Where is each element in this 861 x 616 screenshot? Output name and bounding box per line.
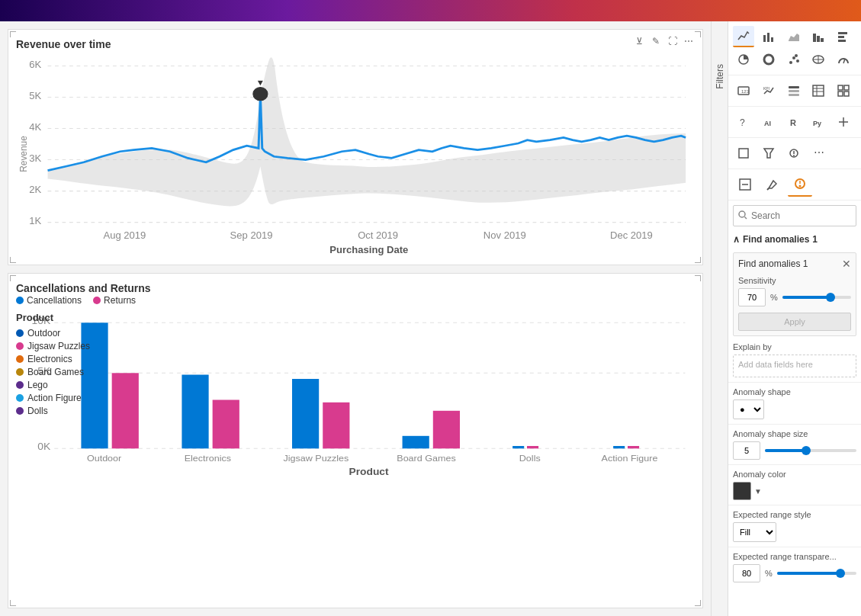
svg-line-93: [767, 188, 769, 190]
svg-rect-32: [323, 403, 349, 449]
anomaly-size-slider[interactable]: [765, 449, 856, 452]
viz-icon-matrix[interactable]: [833, 80, 854, 101]
anomaly-size-row: [733, 441, 856, 460]
find-anomalies-header[interactable]: ∧ Find anomalies 1: [728, 231, 861, 248]
explain-by-label: Explain by: [733, 342, 856, 351]
search-section: [728, 201, 861, 231]
viz-icon-slicer[interactable]: [783, 80, 805, 101]
svg-rect-29: [182, 375, 208, 449]
filters-label[interactable]: Filters: [712, 59, 728, 94]
viz-icon-decomp[interactable]: [833, 111, 854, 133]
sensitivity-label: Sensitivity: [738, 276, 851, 285]
svg-rect-78: [844, 91, 849, 96]
sensitivity-section: Sensitivity %: [738, 276, 851, 306]
chart-toolbar: ⊻ ✎ ⛶ ⋯: [636, 36, 696, 48]
viz-icon-py[interactable]: Py: [808, 111, 829, 133]
format-tool[interactable]: [733, 172, 757, 197]
viz-panel: 123 KPI ? AI R: [728, 21, 861, 616]
anomaly-shape-select[interactable]: ● ▲ ■: [733, 399, 764, 419]
sensitivity-thumb[interactable]: [826, 293, 835, 302]
svg-rect-46: [763, 35, 766, 42]
viz-icon-qna[interactable]: ?: [733, 111, 754, 133]
viz-icon-more2[interactable]: ⋯: [808, 143, 829, 164]
resize-bl[interactable]: [10, 257, 16, 263]
svg-text:5K: 5K: [29, 91, 42, 101]
resize-br[interactable]: [695, 257, 701, 263]
svg-rect-53: [838, 36, 844, 38]
resize-tr-2[interactable]: [695, 275, 701, 281]
svg-point-13: [253, 88, 268, 101]
resize-br-2[interactable]: [695, 600, 701, 606]
search-box[interactable]: [733, 205, 856, 226]
svg-text:Revenue: Revenue: [18, 136, 30, 172]
resize-tl-2[interactable]: [10, 275, 16, 281]
viz-icon-kpi[interactable]: KPI: [758, 80, 779, 101]
transparency-slider[interactable]: [777, 572, 856, 575]
explain-by-box[interactable]: Add data fields here: [733, 355, 856, 377]
viz-icon-pie[interactable]: [733, 49, 754, 70]
anomaly-shape-label: Anomaly shape: [733, 387, 856, 396]
anomaly-color-section: Anomaly color ▼: [728, 464, 861, 505]
sensitivity-slider[interactable]: [782, 296, 851, 299]
more-icon[interactable]: ⋯: [684, 36, 696, 48]
expected-range-style-select[interactable]: Fill Line None: [733, 522, 776, 542]
viz-icon-table[interactable]: [808, 80, 829, 101]
svg-rect-71: [813, 85, 824, 96]
sensitivity-input[interactable]: [738, 288, 766, 306]
svg-text:AI: AI: [764, 120, 771, 127]
anomaly-size-section: Anomaly shape size: [728, 424, 861, 464]
viz-icon-shape[interactable]: [733, 143, 754, 164]
viz-icon-smart[interactable]: [783, 143, 805, 164]
svg-point-60: [795, 54, 798, 57]
viz-icon-hbar[interactable]: [833, 26, 854, 47]
viz-icon-bar[interactable]: [758, 26, 779, 47]
search-input[interactable]: [751, 210, 851, 221]
viz-icon-donut[interactable]: [758, 49, 779, 70]
transparency-thumb[interactable]: [836, 569, 845, 578]
search-icon: [738, 209, 747, 223]
svg-line-98: [745, 217, 747, 220]
svg-rect-75: [838, 85, 843, 90]
viz-icon-card[interactable]: 123: [733, 80, 754, 101]
viz-icon-column[interactable]: [808, 26, 829, 47]
svg-rect-33: [403, 436, 429, 449]
color-chevron-icon[interactable]: ▼: [754, 487, 762, 496]
legend-action-figure: Action Figure: [16, 393, 90, 403]
edit-icon[interactable]: ✎: [652, 36, 664, 48]
svg-rect-50: [817, 36, 820, 42]
viz-icon-area[interactable]: [783, 26, 805, 47]
anomaly-size-input[interactable]: [733, 441, 760, 460]
explain-by-section: Explain by Add data fields here: [733, 342, 856, 377]
viz-icon-gauge[interactable]: [833, 49, 854, 70]
legend-lego: Lego: [16, 380, 90, 390]
expand-icon[interactable]: ⛶: [668, 36, 680, 48]
viz-icon-line[interactable]: [733, 26, 754, 47]
top-bar: [0, 0, 861, 21]
legend-label-returns: Returns: [104, 295, 136, 306]
filter-icon[interactable]: ⊻: [636, 36, 648, 48]
viz-icon-r[interactable]: R: [783, 111, 805, 133]
viz-icon-map[interactable]: [808, 49, 829, 70]
resize-tl[interactable]: [10, 31, 16, 37]
resize-bl-2[interactable]: [10, 600, 16, 606]
viz-icon-ai[interactable]: AI: [758, 111, 779, 133]
anomaly-card-name: Find anomalies 1: [738, 258, 808, 269]
transparency-input[interactable]: [733, 564, 760, 582]
paint-tool[interactable]: [760, 172, 785, 197]
svg-rect-31: [292, 379, 319, 448]
viz-icon-scatter[interactable]: [783, 49, 805, 70]
product-legend-title: Product: [16, 312, 90, 323]
anomaly-color-swatch[interactable]: [733, 482, 751, 500]
close-anomaly-btn[interactable]: ✕: [842, 258, 851, 270]
svg-text:Oct 2019: Oct 2019: [358, 231, 398, 241]
svg-rect-51: [821, 38, 824, 42]
viz-icon-funnel[interactable]: [758, 143, 779, 164]
anomaly-size-thumb[interactable]: [802, 446, 811, 455]
expected-range-style-section: Expected range style Fill Line None: [728, 505, 861, 547]
analytics-tool[interactable]: [788, 172, 812, 197]
svg-text:Dec 2019: Dec 2019: [610, 231, 653, 241]
apply-button[interactable]: Apply: [738, 313, 851, 331]
revenue-svg: 6K 5K 4K 3K 2K 1K Revenue: [16, 51, 695, 257]
filters-tab[interactable]: Filters: [711, 21, 728, 616]
svg-point-56: [764, 55, 773, 64]
